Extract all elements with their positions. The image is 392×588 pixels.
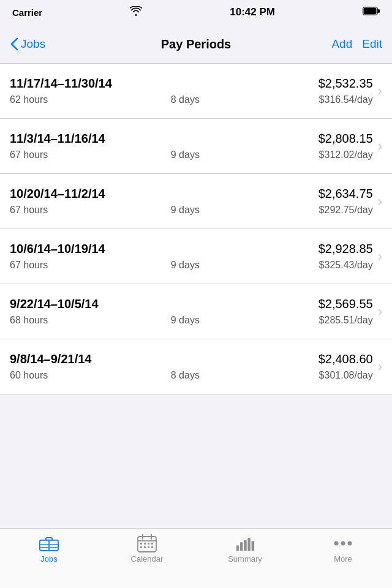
item-row2: 67 hours 9 days $312.02/day (10, 149, 373, 160)
tab-summary[interactable]: Summary (196, 535, 294, 564)
svg-rect-22 (240, 542, 243, 551)
tab-calendar-label: Calendar (131, 554, 164, 564)
tab-more-label: More (334, 554, 352, 564)
svg-rect-14 (144, 543, 146, 545)
list-item[interactable]: 11/3/14–11/16/14 $2,808.15 67 hours 9 da… (0, 119, 392, 174)
chevron-right-icon: › (378, 85, 382, 98)
svg-rect-2 (364, 8, 377, 15)
item-days: 8 days (83, 94, 287, 105)
item-hours: 60 hours (10, 370, 83, 381)
nav-bar: Jobs Pay Periods Add Edit (0, 24, 392, 64)
item-days: 8 days (83, 370, 287, 381)
list-container: 11/17/14–11/30/14 $2,532.35 62 hours 8 d… (0, 64, 392, 394)
item-row1: 9/8/14–9/21/14 $2,408.60 (10, 352, 373, 366)
item-days: 9 days (83, 205, 287, 216)
tab-jobs-label: Jobs (40, 554, 57, 564)
list-item-content: 9/22/14–10/5/14 $2,569.55 68 hours 9 day… (10, 297, 373, 326)
svg-rect-18 (144, 546, 146, 548)
item-hours: 67 hours (10, 260, 83, 271)
periods-list: 11/17/14–11/30/14 $2,532.35 62 hours 8 d… (0, 64, 392, 528)
item-total: $2,532.35 (318, 77, 373, 91)
chevron-right-icon: › (378, 250, 382, 263)
list-item-content: 11/3/14–11/16/14 $2,808.15 67 hours 9 da… (10, 132, 373, 160)
item-row2: 67 hours 9 days $292.75/day (10, 205, 373, 216)
wifi-icon (130, 6, 142, 18)
svg-rect-24 (247, 538, 250, 551)
tab-bar: Jobs Calendar (0, 528, 392, 588)
item-date-range: 9/22/14–10/5/14 (10, 297, 99, 311)
item-hours: 67 hours (10, 149, 83, 160)
page-title: Pay Periods (161, 24, 232, 64)
list-item-content: 10/20/14–11/2/14 $2,634.75 67 hours 9 da… (10, 187, 373, 216)
item-row1: 9/22/14–10/5/14 $2,569.55 (10, 297, 373, 311)
tab-more[interactable]: More (294, 535, 392, 564)
list-item[interactable]: 11/17/14–11/30/14 $2,532.35 62 hours 8 d… (0, 64, 392, 119)
item-days: 9 days (83, 315, 287, 326)
item-row2: 68 hours 9 days $285.51/day (10, 315, 373, 326)
list-item[interactable]: 9/8/14–9/21/14 $2,408.60 60 hours 8 days… (0, 339, 392, 394)
list-item-content: 11/17/14–11/30/14 $2,532.35 62 hours 8 d… (10, 77, 373, 105)
item-hours: 67 hours (10, 205, 83, 216)
list-item[interactable]: 9/22/14–10/5/14 $2,569.55 68 hours 9 day… (0, 284, 392, 339)
item-daily: $301.08/day (287, 370, 373, 381)
chevron-right-icon: › (378, 140, 382, 153)
svg-point-26 (334, 541, 339, 546)
item-row2: 62 hours 8 days $316.54/day (10, 94, 373, 105)
tab-calendar[interactable]: Calendar (98, 535, 196, 564)
item-date-range: 10/6/14–10/19/14 (10, 242, 105, 256)
item-total: $2,928.85 (318, 242, 373, 256)
nav-actions: Add Edit (331, 37, 382, 51)
item-date-range: 11/3/14–11/16/14 (10, 132, 105, 146)
chevron-right-icon: › (378, 195, 382, 208)
tab-jobs[interactable]: Jobs (0, 535, 98, 564)
back-label: Jobs (21, 37, 45, 51)
tab-summary-label: Summary (228, 554, 262, 564)
item-row1: 11/17/14–11/30/14 $2,532.35 (10, 77, 373, 91)
item-row1: 11/3/14–11/16/14 $2,808.15 (10, 132, 373, 146)
add-button[interactable]: Add (331, 37, 352, 51)
svg-rect-16 (151, 543, 153, 545)
svg-rect-17 (140, 546, 142, 548)
item-days: 9 days (83, 149, 287, 160)
svg-rect-20 (151, 546, 153, 548)
list-item[interactable]: 10/20/14–11/2/14 $2,634.75 67 hours 9 da… (0, 174, 392, 229)
svg-point-27 (341, 541, 345, 546)
item-date-range: 11/17/14–11/30/14 (10, 77, 112, 91)
item-total: $2,569.55 (318, 297, 373, 311)
item-hours: 68 hours (10, 315, 83, 326)
battery-icon (363, 7, 380, 18)
item-hours: 62 hours (10, 94, 83, 105)
status-bar: Carrier 10:42 PM (0, 0, 392, 24)
item-daily: $325.43/day (287, 260, 373, 271)
list-item[interactable]: 10/6/14–10/19/14 $2,928.85 67 hours 9 da… (0, 229, 392, 284)
item-total: $2,408.60 (318, 352, 373, 366)
chevron-right-icon: › (378, 305, 382, 318)
carrier-label: Carrier (12, 7, 42, 18)
svg-rect-1 (378, 9, 380, 13)
item-daily: $292.75/day (287, 205, 373, 216)
item-total: $2,634.75 (318, 187, 373, 201)
item-date-range: 10/20/14–11/2/14 (10, 187, 105, 201)
item-daily: $316.54/day (287, 94, 373, 105)
item-days: 9 days (83, 260, 287, 271)
list-item-content: 9/8/14–9/21/14 $2,408.60 60 hours 8 days… (10, 352, 373, 381)
summary-icon (235, 535, 255, 552)
calendar-icon (137, 535, 157, 552)
svg-rect-21 (236, 546, 239, 551)
edit-button[interactable]: Edit (362, 37, 382, 51)
svg-rect-15 (148, 543, 149, 545)
item-daily: $312.02/day (287, 149, 373, 160)
time-label: 10:42 PM (230, 6, 275, 18)
svg-rect-23 (244, 540, 246, 551)
item-row1: 10/6/14–10/19/14 $2,928.85 (10, 242, 373, 256)
svg-rect-13 (140, 543, 142, 545)
back-button[interactable]: Jobs (10, 37, 45, 51)
svg-rect-25 (252, 541, 254, 551)
list-item-content: 10/6/14–10/19/14 $2,928.85 67 hours 9 da… (10, 242, 373, 271)
item-daily: $285.51/day (287, 315, 373, 326)
item-row1: 10/20/14–11/2/14 $2,634.75 (10, 187, 373, 201)
item-row2: 60 hours 8 days $301.08/day (10, 370, 373, 381)
svg-rect-19 (148, 546, 149, 548)
chevron-right-icon: › (378, 360, 382, 374)
jobs-icon (39, 535, 59, 552)
